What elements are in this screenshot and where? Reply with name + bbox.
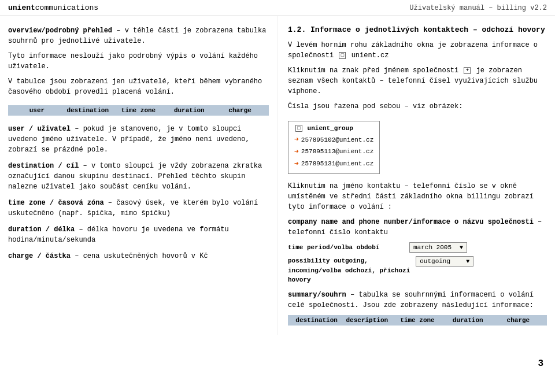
contact-number-1: 257895102@unient.cz bbox=[301, 135, 373, 146]
summary-col-duration: duration bbox=[443, 317, 493, 324]
intro-para: V levém horním rohu základního okna je z… bbox=[288, 40, 547, 61]
outgoing-dropdown[interactable]: outgoing ▼ bbox=[416, 256, 473, 267]
summary-col-timezone: time zone bbox=[392, 317, 442, 324]
col-timezone: time zone bbox=[113, 107, 164, 114]
contact-number-3: 257895131@unient.cz bbox=[301, 159, 373, 169]
collapse-icon: □ bbox=[295, 125, 302, 132]
summary-col-description: description bbox=[342, 317, 392, 324]
section-title: Informace o jednotlivých kontaktech – od… bbox=[310, 25, 545, 34]
contact-group-title: □ unient_group bbox=[294, 125, 373, 132]
section-heading: 1.2. Informace o jednotlivých kontaktech… bbox=[288, 25, 547, 34]
outgoing-value: outgoing bbox=[420, 258, 450, 265]
time-period-row: time period/volba období march 2005 ▼ bbox=[288, 242, 547, 253]
company-phone-label: company name and phone number/informace … bbox=[288, 217, 547, 238]
main-content: overview/podrobný přehled – v téhle část… bbox=[0, 16, 555, 335]
logo: unientcommunications bbox=[8, 3, 98, 12]
arrow-icon-1: ➜ bbox=[294, 134, 299, 146]
charge-section: charge / částka – cena uskutečněných hov… bbox=[8, 251, 269, 261]
list-item: ➜ 257895102@unient.cz bbox=[294, 134, 373, 146]
arrow-icon-2: ➜ bbox=[294, 146, 299, 158]
outgoing-row: possibility outgoing,incoming/volba odch… bbox=[288, 256, 547, 285]
left-column: overview/podrobný přehled – v téhle část… bbox=[0, 16, 278, 335]
company-icon: □ bbox=[339, 52, 346, 59]
click-para: Kliknutím na znak před jménem společnost… bbox=[288, 65, 547, 97]
list-item: ➜ 257895113@unient.cz bbox=[294, 146, 373, 158]
page-number: 3 bbox=[538, 358, 543, 369]
user-section: user / uživatel – pokud je stanoveno, je… bbox=[8, 124, 269, 155]
expand-icon: + bbox=[464, 67, 471, 74]
col-destination: destination bbox=[62, 107, 113, 114]
order-para: Čísla jsou řazena pod sebou – viz obráze… bbox=[288, 101, 547, 112]
manual-title: Uživatelský manuál – billing v2.2 bbox=[409, 4, 547, 12]
arrow-icon-3: ➜ bbox=[294, 158, 299, 171]
summary-table-header: destination description time zone durati… bbox=[288, 315, 547, 326]
right-column: 1.2. Informace o jednotlivých kontaktech… bbox=[278, 16, 555, 335]
click-contact-para: Kliknutím na jméno kontaktu – telefonní … bbox=[288, 181, 547, 212]
outgoing-label: possibility outgoing,incoming/volba odch… bbox=[288, 256, 410, 285]
overview-para3: V tabulce jsou zobrazeni jen uživatelé, … bbox=[8, 76, 269, 97]
section-number: 1.2. bbox=[288, 25, 306, 34]
dropdown-arrow-icon: ▼ bbox=[460, 245, 463, 251]
logo-bold: unient bbox=[8, 3, 35, 12]
timezone-section: time zone / časová zóna – časový úsek, v… bbox=[8, 198, 269, 219]
contact-number-2: 257895113@unient.cz bbox=[301, 147, 373, 157]
overview-para2: Tyto informace neslouží jako podrobný vý… bbox=[8, 51, 269, 72]
logo-light: communications bbox=[35, 3, 98, 12]
contact-group-name: unient_group bbox=[308, 125, 353, 132]
summary-col-destination: destination bbox=[291, 317, 342, 324]
col-duration: duration bbox=[164, 107, 214, 114]
duration-section: duration / délka – délka hovoru je uvede… bbox=[8, 224, 269, 245]
time-period-label: time period/volba období bbox=[288, 244, 404, 251]
time-period-value: march 2005 bbox=[413, 244, 452, 251]
col-user: user bbox=[12, 107, 62, 114]
company-name: unient.cz bbox=[352, 51, 389, 60]
list-item: ➜ 257895131@unient.cz bbox=[294, 158, 373, 171]
summary-para: summary/souhrn – tabulka se souhrnnými i… bbox=[288, 290, 547, 310]
summary-col-charge: charge bbox=[493, 317, 543, 324]
page-header: unientcommunications Uživatelský manuál … bbox=[0, 0, 555, 16]
destination-section: destination / cíl – v tomto sloupci je v… bbox=[8, 161, 269, 192]
col-charge: charge bbox=[214, 107, 265, 114]
table-header: user destination time zone duration char… bbox=[8, 105, 269, 116]
overview-para1: overview/podrobný přehled – v téhle část… bbox=[8, 25, 269, 46]
time-period-dropdown[interactable]: march 2005 ▼ bbox=[409, 242, 467, 253]
contact-box: □ unient_group ➜ 257895102@unient.cz ➜ 2… bbox=[288, 121, 380, 174]
outgoing-arrow-icon: ▼ bbox=[466, 258, 469, 265]
